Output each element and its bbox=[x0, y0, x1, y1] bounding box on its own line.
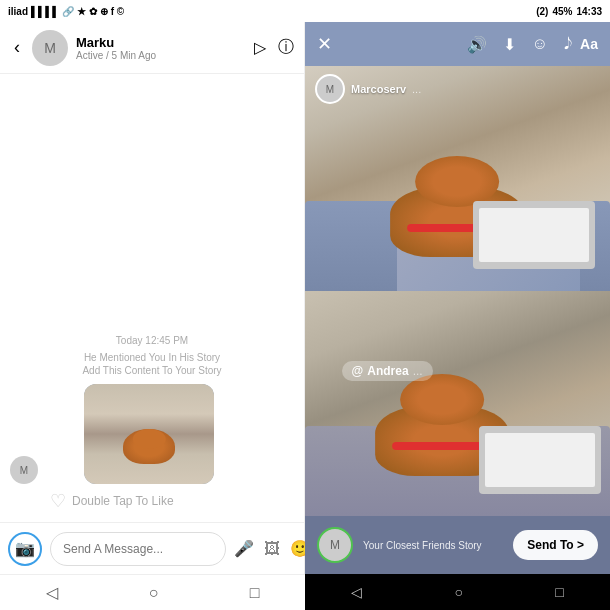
mention-name-suffix: ... bbox=[413, 364, 423, 378]
heart-icon[interactable]: ♡ bbox=[50, 490, 66, 512]
home-nav-left[interactable]: ○ bbox=[133, 580, 175, 606]
dm-header: ‹ M Marku Active / 5 Min Ago ▷ ⓘ bbox=[0, 22, 304, 74]
dog-image bbox=[84, 384, 214, 484]
android-nav-right: ◁ ○ □ bbox=[305, 574, 610, 610]
story-bubble bbox=[84, 384, 214, 484]
dm-active-status: Active / 5 Min Ago bbox=[76, 50, 246, 61]
dm-messages: Today 12:45 PM He Mentioned You In His S… bbox=[0, 74, 304, 522]
notification-count: (2) bbox=[536, 6, 548, 17]
dog-image-2 bbox=[305, 291, 610, 516]
recents-nav-left[interactable]: □ bbox=[234, 580, 276, 606]
carrier-label: iliad bbox=[8, 6, 28, 17]
laptop bbox=[473, 201, 595, 269]
story-panel: ✕ 🔊 ⬇ ☺ 𝅘𝅥𝅮 Aa M Marcoserv ... bbox=[305, 22, 610, 574]
mention-notice: He Mentioned You In His Story bbox=[10, 352, 294, 363]
story-username: Marcoserv bbox=[351, 83, 406, 95]
extra-icons: ★ ✿ ⊕ f © bbox=[77, 6, 124, 17]
gallery-icon[interactable]: 🖼 bbox=[264, 540, 280, 558]
like-prompt-text: Double Tap To Like bbox=[72, 494, 174, 508]
story-top-icons: 🔊 ⬇ ☺ 𝅘𝅥𝅮 Aa bbox=[467, 35, 598, 54]
dm-panel: ‹ M Marku Active / 5 Min Ago ▷ ⓘ Today 1… bbox=[0, 22, 305, 574]
dm-input-bar: 📷 🎤 🖼 🙂 bbox=[0, 522, 304, 574]
story-top-bar: ✕ 🔊 ⬇ ☺ 𝅘𝅥𝅮 Aa bbox=[305, 22, 610, 66]
like-area: ♡ Double Tap To Like bbox=[10, 490, 294, 512]
story-preview-image[interactable] bbox=[84, 384, 214, 484]
sender-avatar: M bbox=[10, 456, 38, 484]
story-viewer-avatar: M bbox=[317, 527, 353, 563]
laptop-screen-2 bbox=[485, 433, 595, 487]
avatar-placeholder: M bbox=[44, 40, 56, 56]
download-icon[interactable]: ⬇ bbox=[503, 35, 516, 54]
story-image-background bbox=[305, 66, 610, 516]
message-timestamp: Today 12:45 PM bbox=[10, 335, 294, 346]
story-username-dots: ... bbox=[412, 83, 421, 95]
back-nav-right[interactable]: ◁ bbox=[335, 580, 378, 604]
video-call-icon[interactable]: ▷ bbox=[254, 38, 266, 57]
android-nav-left: ◁ ○ □ bbox=[0, 574, 305, 610]
mention-tag[interactable]: @ Andrea ... bbox=[342, 361, 433, 381]
battery-label: 45% bbox=[552, 6, 572, 17]
font-button[interactable]: Aa bbox=[580, 36, 598, 52]
camera-button[interactable]: 📷 bbox=[8, 532, 42, 566]
status-right: (2) 45% 14:33 bbox=[536, 6, 602, 17]
story-avatar: M bbox=[315, 74, 345, 104]
add-story-notice: Add This Content To Your Story bbox=[10, 365, 294, 376]
story-content[interactable]: M Marcoserv ... bbox=[305, 66, 610, 516]
dog-panel-2 bbox=[305, 291, 610, 516]
story-bottom-bar: M Your Closest Friends Story Send To > bbox=[305, 516, 610, 574]
laptop-2 bbox=[479, 426, 601, 494]
send-to-button[interactable]: Send To > bbox=[513, 530, 598, 560]
laptop-screen bbox=[479, 208, 589, 262]
bottom-nav-wrapper: ◁ ○ □ ◁ ○ □ bbox=[0, 574, 610, 610]
face-icon[interactable]: ☺ bbox=[532, 35, 548, 53]
closest-friends-label: Your Closest Friends Story bbox=[363, 540, 503, 551]
time-label: 14:33 bbox=[576, 6, 602, 17]
dog-collar-2 bbox=[392, 442, 493, 450]
mention-at-symbol: @ bbox=[352, 364, 364, 378]
dog-head bbox=[416, 156, 500, 207]
dm-header-icons: ▷ ⓘ bbox=[254, 37, 294, 58]
dm-username: Marku bbox=[76, 35, 246, 50]
info-icon[interactable]: ⓘ bbox=[278, 37, 294, 58]
main-container: ‹ M Marku Active / 5 Min Ago ▷ ⓘ Today 1… bbox=[0, 22, 610, 574]
signal-icon: ▌▌▌▌ bbox=[31, 6, 59, 17]
microphone-icon[interactable]: 🎤 bbox=[234, 539, 254, 558]
home-nav-right[interactable]: ○ bbox=[439, 580, 479, 604]
camera-icon: 📷 bbox=[15, 539, 35, 558]
wifi-icon: 🔗 bbox=[62, 6, 74, 17]
back-icon: ‹ bbox=[14, 37, 20, 57]
back-nav-left[interactable]: ◁ bbox=[30, 579, 74, 606]
volume-icon[interactable]: 🔊 bbox=[467, 35, 487, 54]
message-input[interactable] bbox=[50, 532, 226, 566]
status-bar: iliad ▌▌▌▌ 🔗 ★ ✿ ⊕ f © (2) 45% 14:33 bbox=[0, 0, 610, 22]
avatar: M bbox=[32, 30, 68, 66]
recents-nav-right[interactable]: □ bbox=[539, 580, 579, 604]
message-row: M bbox=[10, 384, 294, 484]
story-user-bar: M Marcoserv ... bbox=[315, 74, 421, 104]
close-button[interactable]: ✕ bbox=[317, 33, 332, 55]
back-button[interactable]: ‹ bbox=[10, 33, 24, 62]
status-left: iliad ▌▌▌▌ 🔗 ★ ✿ ⊕ f © bbox=[8, 6, 124, 17]
user-info: Marku Active / 5 Min Ago bbox=[76, 35, 246, 61]
dog-head-2 bbox=[400, 374, 484, 425]
mention-name: Andrea bbox=[367, 364, 408, 378]
dm-input-icons: 🎤 🖼 🙂 bbox=[234, 539, 310, 558]
